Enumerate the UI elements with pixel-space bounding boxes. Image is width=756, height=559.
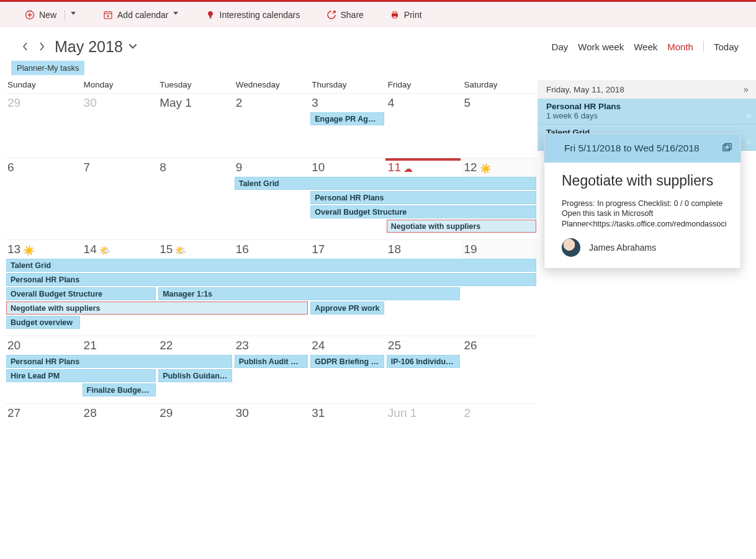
day-cell[interactable]: 12☀️ xyxy=(461,158,538,177)
day-cell[interactable]: 16 xyxy=(233,240,310,259)
share-button[interactable]: Share xyxy=(320,6,370,24)
cloud-icon: ☁ xyxy=(403,163,413,174)
next-month-button[interactable] xyxy=(34,37,50,56)
day-cell[interactable]: Jun 1 xyxy=(385,404,462,423)
day-cell[interactable]: 8 xyxy=(157,158,233,177)
day-cell[interactable]: 2 xyxy=(233,94,310,112)
view-workweek[interactable]: Work week xyxy=(578,42,624,52)
add-calendar-label: Add calendar xyxy=(117,10,169,20)
calendar-event[interactable]: Personal HR Plans xyxy=(310,191,536,204)
day-cell[interactable]: 30 xyxy=(81,94,158,112)
view-day[interactable]: Day xyxy=(552,42,569,52)
day-cell[interactable]: 21 xyxy=(81,336,158,355)
lightbulb-icon xyxy=(205,10,215,20)
day-cell[interactable]: 18 xyxy=(385,240,462,259)
interesting-calendars-button[interactable]: Interesting calendars xyxy=(199,6,307,24)
day-cell[interactable]: 10 xyxy=(309,158,385,177)
calendar-event[interactable]: Talent Grid xyxy=(6,259,536,272)
day-cell[interactable]: 24 xyxy=(309,336,385,355)
day-header: Wednesday xyxy=(233,80,310,89)
calendar-event[interactable]: Manager 1:1s xyxy=(158,287,460,300)
popup-header: Fri 5/11/2018 to Wed 5/16/2018 xyxy=(544,134,740,163)
day-cell[interactable]: 19 xyxy=(461,240,538,259)
assignee-name: James Abrahams xyxy=(589,243,656,253)
sun-cloud-icon: 🌤️ xyxy=(99,245,111,256)
nav-arrows-icon[interactable]: ‹ › xyxy=(747,112,750,120)
print-button[interactable]: Print xyxy=(384,6,428,24)
calendar-event[interactable]: Personal HR Plans xyxy=(6,355,232,368)
popup-range: Fri 5/11/2018 to Wed 5/16/2018 xyxy=(564,143,700,153)
agenda-header: Friday, May 11, 2018 » xyxy=(538,80,756,99)
view-today[interactable]: Today xyxy=(714,42,739,52)
calendar-event[interactable]: IP-106 Individual P. xyxy=(387,355,461,368)
calendar-chip[interactable]: Planner-My tasks xyxy=(11,61,84,75)
svg-rect-4 xyxy=(393,12,397,14)
calendar-event[interactable]: Talent Grid xyxy=(235,177,536,190)
day-cell[interactable]: 4 xyxy=(385,94,462,112)
month-picker[interactable]: May 2018 xyxy=(55,38,138,56)
day-cell[interactable]: 11☁ xyxy=(385,158,462,177)
day-cell[interactable]: 29 xyxy=(157,404,233,423)
nav-arrows-icon[interactable]: ‹ › xyxy=(747,138,750,146)
day-cell[interactable]: 2 xyxy=(461,404,538,423)
day-header: Saturday xyxy=(461,80,538,89)
day-cell[interactable]: 23 xyxy=(233,336,310,355)
day-cell[interactable]: 28 xyxy=(81,404,158,423)
svg-rect-7 xyxy=(725,144,731,150)
view-week[interactable]: Week xyxy=(634,42,657,52)
divider xyxy=(65,10,65,20)
view-month[interactable]: Month xyxy=(667,42,693,52)
day-header: Friday xyxy=(385,80,462,89)
day-cell[interactable]: 27 xyxy=(5,404,81,423)
calendar-grid: SundayMondayTuesdayWednesdayThursdayFrid… xyxy=(0,80,538,558)
day-cell[interactable]: 31 xyxy=(309,404,385,423)
calendar-event[interactable]: GDPR Briefing for . xyxy=(310,355,384,368)
new-button[interactable]: New xyxy=(19,6,83,24)
day-cell[interactable]: 15🌤️ xyxy=(157,240,233,259)
day-cell[interactable]: 3 xyxy=(309,94,385,112)
add-calendar-button[interactable]: Add calendar xyxy=(97,6,186,24)
calendar-event[interactable]: Overall Budget Structure xyxy=(310,205,536,218)
calendar-event[interactable]: Personal HR Plans xyxy=(6,273,536,286)
collapse-panel-button[interactable]: » xyxy=(744,84,749,94)
calendar-event[interactable]: Finalize Budget Re xyxy=(83,383,156,396)
event-popup: Fri 5/11/2018 to Wed 5/16/2018 Negotiate… xyxy=(544,133,741,269)
calendar-event[interactable]: Publish Guidance t xyxy=(158,369,232,382)
day-cell[interactable]: 5 xyxy=(461,94,538,112)
calendar-event[interactable]: Budget overview xyxy=(6,316,80,329)
day-cell[interactable]: 7 xyxy=(81,158,158,177)
day-cell[interactable]: 22 xyxy=(157,336,233,355)
calendar-event[interactable]: Engage PR Agency xyxy=(310,112,384,125)
day-cell[interactable]: May 1 xyxy=(157,94,233,112)
open-in-window-icon[interactable] xyxy=(722,143,732,153)
day-cell[interactable]: 20 xyxy=(5,336,81,355)
sun-icon: ☀️ xyxy=(480,163,492,174)
day-cell[interactable]: 13☀️ xyxy=(5,240,81,259)
calendar-event[interactable]: Publish Audit Deta xyxy=(235,355,308,368)
divider xyxy=(703,41,704,52)
day-cell[interactable]: 17 xyxy=(309,240,385,259)
calendar-event[interactable]: Overall Budget Structure xyxy=(6,287,156,300)
day-header: Tuesday xyxy=(157,80,233,89)
view-switcher: Day Work week Week Month Today xyxy=(552,41,739,52)
calendar-event[interactable]: Negotiate with suppliers xyxy=(6,302,308,315)
agenda-item[interactable]: Personal HR Plans1 week 6 days‹ › xyxy=(538,99,756,125)
calendar-event[interactable]: Approve PR work xyxy=(310,302,384,315)
day-header: Monday xyxy=(81,80,158,89)
popup-assignee: James Abrahams xyxy=(562,238,726,257)
prev-month-button[interactable] xyxy=(17,37,34,56)
day-cell[interactable]: 9 xyxy=(233,158,310,177)
agenda-date: Friday, May 11, 2018 xyxy=(546,85,624,94)
day-cell[interactable]: 14🌤️ xyxy=(81,240,158,259)
day-cell[interactable]: 26 xyxy=(461,336,538,355)
calendar-event[interactable]: Hire Lead PM xyxy=(6,369,156,382)
chevron-down-icon xyxy=(128,43,138,50)
day-header: Sunday xyxy=(5,80,81,89)
chevron-down-icon[interactable] xyxy=(71,12,77,18)
day-cell[interactable]: 29 xyxy=(5,94,81,112)
day-cell[interactable]: 25 xyxy=(385,336,462,355)
day-cell[interactable]: 30 xyxy=(233,404,310,423)
chevron-down-icon[interactable] xyxy=(173,12,179,18)
calendar-event[interactable]: Negotiate with suppliers xyxy=(387,220,536,233)
day-cell[interactable]: 6 xyxy=(5,158,81,177)
